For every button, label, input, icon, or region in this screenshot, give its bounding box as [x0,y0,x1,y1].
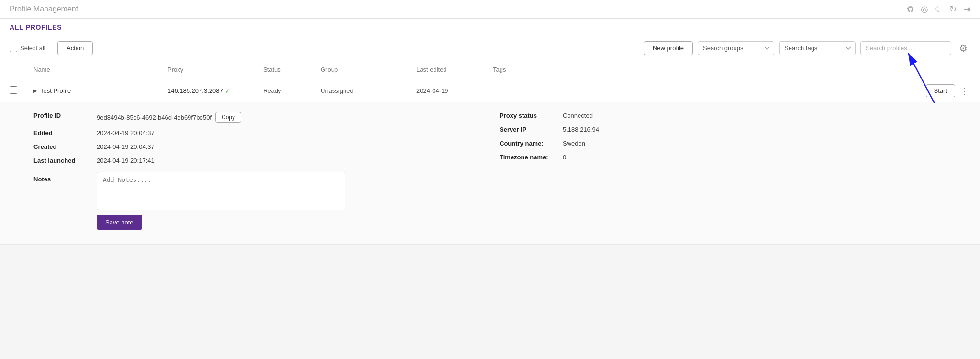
logout-icon[interactable]: ⇥ [963,4,970,14]
last-launched-value: 2024-04-19 20:17:41 [97,157,155,164]
proxy-connected-icon: ✓ [225,87,231,95]
timezone-name-label: Timezone name: [500,154,557,161]
details-grid: Profile ID 9ed8494b-85c6-4692-b46d-4eb69… [33,112,966,164]
created-row: Created 2024-04-19 20:04:37 [33,143,500,150]
search-groups-dropdown[interactable]: Search groups [698,41,774,55]
copy-button[interactable]: Copy [215,112,241,123]
settings-gear-button[interactable]: ⚙ [956,42,970,55]
col-name: Name [33,64,167,75]
table-header: Name Proxy Status Group Last edited Tags [0,60,980,79]
section-title: ALL PROFILES [0,19,980,36]
last-launched-label: Last launched [33,157,91,164]
app-title: Profile Management [10,5,78,13]
select-all-label[interactable]: Select all [10,45,53,52]
group-cell: Unassigned [321,87,416,94]
profiles-table: Name Proxy Status Group Last edited Tags… [0,60,980,245]
profile-id-value: 9ed8494b-85c6-4692-b46d-4eb69f7bc50f Cop… [97,112,241,123]
expand-triangle-icon[interactable]: ▶ [33,88,37,93]
server-ip-label: Server IP [500,126,557,133]
start-button[interactable]: Start [926,84,955,97]
profile-name-text: Test Profile [40,87,71,94]
server-ip-value: 5.188.216.94 [563,126,599,133]
header-icons: ✿ ◎ ☾ ↻ ⇥ [907,4,970,14]
col-proxy: Proxy [167,64,263,75]
notes-section: Notes [33,172,966,210]
server-ip-row: Server IP 5.188.216.94 [500,126,966,133]
row-checkbox-cell [10,86,33,95]
new-profile-button[interactable]: New profile [644,41,693,55]
edited-label: Edited [33,129,91,136]
flower-icon[interactable]: ✿ [907,4,914,14]
profile-id-label: Profile ID [33,112,91,119]
notes-label: Notes [33,172,91,183]
proxy-status-label: Proxy status [500,112,557,119]
proxy-cell: 146.185.207.3:2087 ✓ [167,87,263,95]
col-tags: Tags [493,64,569,75]
search-profiles-input[interactable] [860,41,951,55]
moon-icon[interactable]: ☾ [935,4,943,14]
profile-main-row: ▶ Test Profile 146.185.207.3:2087 ✓ Read… [0,79,980,102]
action-button[interactable]: Action [57,41,93,55]
profile-details-panel: Profile ID 9ed8494b-85c6-4692-b46d-4eb69… [0,102,980,244]
edited-value: 2024-04-19 20:04:37 [97,129,155,136]
last-edited-cell: 2024-04-19 [416,87,493,94]
country-name-value: Sweden [563,140,585,147]
col-last-edited: Last edited [416,64,493,75]
proxy-text: 146.185.207.3:2087 [167,87,223,94]
timezone-name-value: 0 [563,154,566,161]
more-options-button[interactable]: ⋮ [958,86,970,96]
created-value: 2024-04-19 20:04:37 [97,143,155,150]
details-left: Profile ID 9ed8494b-85c6-4692-b46d-4eb69… [33,112,500,164]
col-group: Group [321,64,416,75]
timezone-name-row: Timezone name: 0 [500,154,966,161]
last-launched-row: Last launched 2024-04-19 20:17:41 [33,157,500,164]
col-checkbox [10,64,33,75]
col-status: Status [263,64,321,75]
app-header: Profile Management ✿ ◎ ☾ ↻ ⇥ [0,0,980,19]
proxy-status-value: Connected [563,112,593,119]
notes-textarea[interactable] [97,172,345,210]
created-label: Created [33,143,91,150]
row-checkbox[interactable] [10,86,17,94]
details-right: Proxy status Connected Server IP 5.188.2… [500,112,966,164]
edited-row: Edited 2024-04-19 20:04:37 [33,129,500,136]
profile-row: ▶ Test Profile 146.185.207.3:2087 ✓ Read… [0,79,980,245]
toolbar: Select all Action New profile Search gro… [0,36,980,60]
proxy-status-row: Proxy status Connected [500,112,966,119]
status-cell: Ready [263,87,321,94]
profile-id-row: Profile ID 9ed8494b-85c6-4692-b46d-4eb69… [33,112,500,123]
col-actions [569,64,970,75]
save-note-button[interactable]: Save note [97,215,142,230]
refresh-icon[interactable]: ↻ [949,4,957,14]
profile-name-cell: ▶ Test Profile [33,87,167,94]
send-icon[interactable]: ◎ [921,4,928,14]
country-name-row: Country name: Sweden [500,140,966,147]
search-tags-dropdown[interactable]: Search tags [779,41,856,55]
row-actions-cell: Start ⋮ [569,84,970,97]
select-all-checkbox[interactable] [10,45,17,52]
country-name-label: Country name: [500,140,557,147]
